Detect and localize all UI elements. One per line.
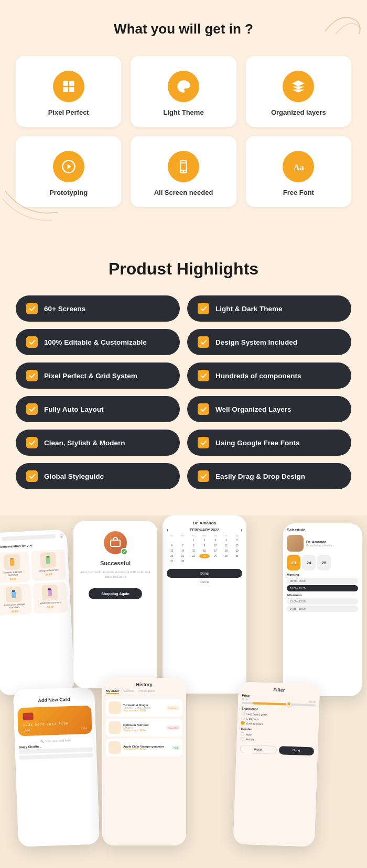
success-message: Your payment has been successful with a …: [80, 570, 151, 579]
history-item-img-3: [109, 741, 121, 754]
history-item-price-1: Total payment : $9.00: [123, 709, 164, 712]
svg-rect-16: [61, 537, 62, 537]
calendar-month-nav: ‹ FEBRUARY 2022 ›: [167, 528, 242, 532]
card-input-field-2[interactable]: [19, 753, 93, 760]
sched-time-2[interactable]: 10:00 - 10:30: [287, 585, 358, 591]
phone-calendar: Dr. Amanda ‹ FEBRUARY 2022 › Sun Mon Tue…: [163, 515, 246, 694]
tab-myorder[interactable]: My order: [106, 689, 119, 694]
tab-prescription[interactable]: Prescription: [138, 689, 155, 694]
supp-item-1: Turmeric & Ginger Gummies $9.68: [0, 551, 30, 583]
sched-time-1[interactable]: 08:30 - 09:00: [287, 578, 358, 584]
cal-day-6[interactable]: 6: [167, 543, 177, 548]
history-item-name-3: Apple Cider Vinegar gummies: [123, 745, 169, 748]
highlight-pixel-grid: Pixel Perfect & Grid System: [16, 362, 180, 389]
radio-exp-2[interactable]: [241, 717, 245, 720]
svg-rect-17: [10, 559, 15, 566]
sched-time-4[interactable]: 14:35 - 15:00: [287, 606, 358, 612]
calendar-done-button[interactable]: Done: [167, 569, 242, 578]
day-sun: Sun: [167, 534, 177, 537]
radio-exp-3-selected[interactable]: [241, 721, 245, 725]
decoration-curve-top: [320, 5, 362, 37]
tab-vaccine[interactable]: Vaccine: [123, 689, 134, 694]
cal-day-7[interactable]: 7: [178, 543, 188, 548]
highlight-editable: 100% Editable & Customizable: [16, 329, 180, 355]
cal-day-10[interactable]: 10: [210, 543, 221, 548]
supp-item-price-1: $9.68: [9, 577, 16, 581]
highlight-label-pixel-grid: Pixel Perfect & Grid System: [44, 372, 137, 380]
filter-reset-button[interactable]: Reset: [240, 745, 277, 754]
cal-day-13[interactable]: 13: [167, 548, 177, 553]
cal-day-3[interactable]: 3: [210, 538, 221, 543]
cal-day-empty: [167, 538, 177, 543]
allscreen-icon-circle: [168, 151, 199, 182]
light-theme-icon-circle: [168, 71, 199, 102]
radio-male[interactable]: [241, 732, 244, 736]
highlight-light-dark: Light & Dark Theme: [187, 295, 351, 322]
cal-day-1[interactable]: 1: [188, 538, 199, 543]
cal-day-12[interactable]: 12: [232, 543, 242, 548]
schedule-doctor-info: Dr. Amanda Consultation schedule...: [306, 540, 334, 547]
sched-time-3[interactable]: 13:00 - 13:30: [287, 598, 358, 605]
sched-date-25[interactable]: 25: [317, 555, 331, 570]
cal-day-16[interactable]: 16: [199, 548, 210, 553]
calendar-cancel-button[interactable]: Cancel: [167, 580, 242, 584]
highlight-label-styleguide: Global Styleguide: [44, 473, 104, 480]
svg-rect-2: [63, 87, 68, 92]
checkmark-icon: [29, 339, 36, 346]
calendar-prev-icon[interactable]: ‹: [167, 528, 168, 532]
highlight-auto-layout: Fully Auto Layout: [16, 396, 180, 422]
schedule-doctor-name: Dr. Amanda: [306, 540, 334, 544]
cal-day-24[interactable]: 24: [210, 554, 221, 558]
cal-day-empty: [178, 538, 188, 543]
schedule-doctor-specialty: Consultation schedule...: [306, 544, 334, 547]
card-mastercard-logo: [23, 712, 33, 720]
cal-day-19[interactable]: 19: [232, 548, 242, 553]
paint-icon: [176, 79, 191, 94]
slider-thumb[interactable]: [286, 701, 291, 707]
cal-day-18[interactable]: 18: [221, 548, 232, 553]
phone-addcard: ‹ Add New Card 1234 5678 9012 3456 12/26…: [13, 687, 100, 847]
card-expiry: 12/26: [23, 729, 30, 732]
supplement-bottle2-icon: [42, 555, 53, 566]
cal-day-22[interactable]: 22: [188, 554, 199, 558]
filter-done-button[interactable]: Done: [278, 746, 314, 755]
radio-female[interactable]: [241, 737, 244, 741]
history-item-price-2: Total payment : $9.00: [123, 729, 164, 732]
cal-day-2[interactable]: 2: [199, 538, 210, 543]
cal-day-5[interactable]: 5: [232, 538, 242, 543]
cal-day-23-today[interactable]: 23: [199, 554, 210, 558]
cal-day-11[interactable]: 11: [221, 543, 232, 548]
cal-day-9[interactable]: 9: [199, 543, 210, 548]
svg-point-6: [184, 82, 186, 84]
cal-day-15[interactable]: 15: [188, 548, 199, 553]
card-label-pixel: Pixel Perfect: [48, 108, 89, 116]
price-min: $5.00: [242, 698, 247, 701]
cal-day-20[interactable]: 20: [167, 554, 177, 558]
cal-day-28[interactable]: 28: [178, 559, 188, 564]
calendar-next-icon[interactable]: ›: [241, 528, 242, 532]
cal-day-27[interactable]: 27: [167, 559, 177, 564]
supp-items-grid: Turmeric & Ginger Gummies $9.68 Collagen…: [0, 547, 71, 618]
svg-text:Aa: Aa: [294, 162, 304, 172]
history-item-img-2: [109, 721, 121, 734]
cal-day-25[interactable]: 25: [221, 554, 232, 558]
cal-day-14[interactable]: 14: [178, 548, 188, 553]
history-badge-cancelled-2: Cancelled: [166, 726, 180, 730]
cal-day-17[interactable]: 17: [210, 548, 221, 553]
schedule-dates: 23 24 25: [287, 555, 358, 570]
shopping-again-button[interactable]: Shopping Again: [89, 588, 142, 599]
highlight-label-light-dark: Light & Dark Theme: [215, 305, 283, 313]
cal-day-26[interactable]: 26: [232, 554, 242, 558]
cal-day-21[interactable]: 21: [178, 554, 188, 558]
history-item-info-1: Turmeric & Ginger Turmeric • 1 more prod…: [123, 704, 164, 712]
sched-date-23[interactable]: 23: [287, 555, 300, 570]
checkmark-icon: [200, 473, 207, 480]
cal-day-4[interactable]: 4: [221, 538, 232, 543]
radio-exp-1[interactable]: [241, 712, 245, 716]
cal-day-8[interactable]: 8: [188, 543, 199, 548]
sched-date-24[interactable]: 24: [302, 555, 316, 570]
svg-rect-19: [46, 557, 50, 564]
highlight-google-fonts: Using Google Free Fonts: [187, 430, 351, 456]
gender-male-label: Male: [246, 732, 252, 735]
history-item-info-3: Apple Cider Vinegar gummies Total paymen…: [123, 745, 169, 751]
